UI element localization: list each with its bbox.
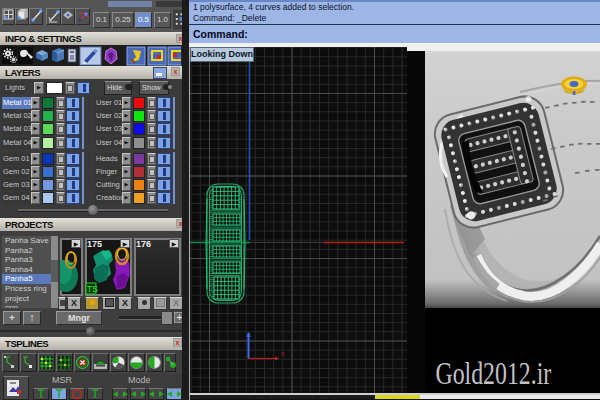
svg-text:Gold2012.ir: Gold2012.ir [435, 356, 551, 391]
svg-text:TS: TS [87, 284, 98, 294]
svg-text:x: x [281, 350, 285, 357]
